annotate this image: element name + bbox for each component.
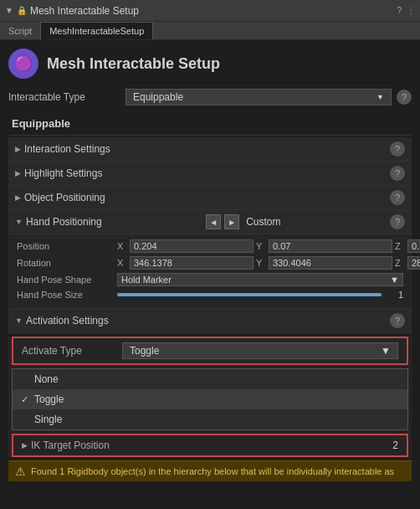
interactable-type-help[interactable]: ? <box>397 90 412 105</box>
dropdown-option-single[interactable]: Single <box>13 409 407 429</box>
hand-pose-shape-dropdown[interactable]: Hold Marker ▼ <box>117 273 403 286</box>
hand-pose-shape-row: Hand Pose Shape Hold Marker ▼ <box>17 273 403 286</box>
position-z-axis: Z <box>395 241 405 251</box>
hand-pose-shape-label: Hand Pose Shape <box>17 275 117 285</box>
hand-pose-size-slider-fill <box>117 293 382 296</box>
component-icon-symbol: 🟣 <box>14 54 33 73</box>
tab-mesh-setup[interactable]: MeshInteractableSetup <box>40 22 153 39</box>
rotation-fields: X Y Z <box>117 256 420 270</box>
highlight-settings-label: ▶ Highlight Settings <box>15 167 102 179</box>
rotation-label: Rotation <box>17 258 117 268</box>
rotation-z-axis: Z <box>395 258 405 268</box>
dropdown-option-toggle[interactable]: ✓ Toggle <box>13 389 407 409</box>
rotation-row: Rotation X Y Z <box>17 256 403 270</box>
ik-label-text: IK Target Position <box>31 440 110 451</box>
rotation-y-input[interactable] <box>269 256 392 270</box>
object-positioning-help[interactable]: ? <box>390 190 405 205</box>
title-bar: ▼ 🔒 Mesh Interactable Setup ? ⋮ <box>0 0 420 22</box>
hand-pos-prev-btn[interactable]: ◄ <box>206 214 221 229</box>
activation-settings-header[interactable]: ▼ Activation Settings ? <box>8 309 412 333</box>
interaction-settings-text: Interaction Settings <box>24 143 110 155</box>
highlight-settings-text: Highlight Settings <box>24 167 102 179</box>
hand-pos-mode: Custom <box>246 216 280 228</box>
hand-positioning-text: Hand Positioning <box>26 216 102 228</box>
activation-settings-left: ▼ Activation Settings <box>15 315 109 326</box>
position-fields: X Y Z <box>117 239 420 253</box>
activate-type-dropdown[interactable]: Toggle ▼ <box>122 342 398 359</box>
dropdown-option-single-label: Single <box>34 414 62 425</box>
hand-pos-next-btn[interactable]: ► <box>224 214 239 229</box>
ik-target-value: 2 <box>139 440 398 451</box>
position-y-axis: Y <box>256 241 266 251</box>
interactable-type-value: Equippable ▼ <box>125 89 392 105</box>
interaction-settings-help[interactable]: ? <box>390 141 405 157</box>
rotation-x-input[interactable] <box>130 256 254 270</box>
interaction-settings-triangle: ▶ <box>15 145 21 153</box>
activate-type-selected: Toggle <box>130 345 159 357</box>
object-positioning-triangle: ▶ <box>15 193 21 202</box>
position-row: Position X Y Z <box>17 239 403 253</box>
object-positioning-text: Object Positioning <box>24 192 105 203</box>
activate-type-popup: None ✓ Toggle Single <box>12 368 408 430</box>
activate-section: Activate Type Toggle ▼ None ✓ Toggle Sin… <box>8 337 412 457</box>
help-icon[interactable]: ? <box>397 6 402 15</box>
hand-pose-size-label: Hand Pose Size <box>17 290 117 300</box>
ik-target-position-label: ▶ IK Target Position <box>22 440 139 451</box>
position-y-input[interactable] <box>269 239 392 253</box>
hand-pose-size-value: 1 <box>387 290 403 300</box>
hand-positioning-header[interactable]: ▼ Hand Positioning ◄ ► Custom ? <box>8 210 412 234</box>
dropdown-option-none[interactable]: None <box>13 369 407 389</box>
hand-pose-size-row: Hand Pose Size 1 <box>17 290 403 300</box>
ik-label-arrow: ▶ <box>22 441 28 450</box>
equippable-label: Equippable <box>8 112 412 133</box>
interactable-type-selected: Equippable <box>133 91 183 103</box>
hand-positioning-help[interactable]: ? <box>390 214 405 229</box>
position-x-input[interactable] <box>130 239 254 253</box>
activate-type-row: Activate Type Toggle ▼ <box>12 337 408 365</box>
position-x-axis: X <box>117 241 127 251</box>
highlight-settings-help[interactable]: ? <box>390 166 405 181</box>
hand-pose-shape-value: Hold Marker <box>121 275 172 285</box>
position-z-input[interactable] <box>407 239 420 253</box>
object-positioning-label: ▶ Object Positioning <box>15 192 105 203</box>
highlight-settings-row[interactable]: ▶ Highlight Settings ? <box>8 162 412 186</box>
hand-positioning-controls: ◄ ► Custom <box>206 214 280 229</box>
rotation-z-input[interactable] <box>407 256 420 270</box>
component-icon: 🟣 <box>8 49 38 79</box>
toggle-checkmark: ✓ <box>21 394 28 405</box>
activation-settings-help[interactable]: ? <box>390 313 405 328</box>
hand-pose-shape-arrow: ▼ <box>390 275 399 285</box>
rotation-y-axis: Y <box>256 258 266 268</box>
rotation-x-axis: X <box>117 258 127 268</box>
component-title: Mesh Interactable Setup <box>47 55 220 73</box>
activation-settings-text: Activation Settings <box>26 315 109 326</box>
hand-pose-size-slider-track[interactable] <box>117 293 382 296</box>
hand-pose-shape-fields: Hold Marker ▼ <box>117 273 403 286</box>
tab-script[interactable]: Script <box>0 22 40 39</box>
collapse-icon[interactable]: ▼ <box>5 6 13 15</box>
highlight-settings-triangle: ▶ <box>15 169 21 177</box>
object-positioning-row[interactable]: ▶ Object Positioning ? <box>8 186 412 210</box>
activate-type-label: Activate Type <box>22 345 122 357</box>
hand-pose-size-fields: 1 <box>117 290 403 300</box>
more-icon[interactable]: ⋮ <box>407 6 415 15</box>
interactable-type-dropdown[interactable]: Equippable ▼ <box>125 89 392 105</box>
lock-icon[interactable]: 🔒 <box>17 6 27 15</box>
interaction-settings-row[interactable]: ▶ Interaction Settings ? <box>8 137 412 162</box>
divider-1 <box>8 135 412 136</box>
interaction-settings-label: ▶ Interaction Settings <box>15 143 110 155</box>
interactable-type-row: Interactable Type Equippable ▼ ? <box>8 89 412 105</box>
hand-positioning-left: ▼ Hand Positioning <box>15 216 102 228</box>
ik-target-position-row: ▶ IK Target Position 2 <box>12 434 408 457</box>
title-bar-left: ▼ 🔒 Mesh Interactable Setup <box>5 5 397 17</box>
interactable-type-label: Interactable Type <box>8 91 125 103</box>
dropdown-option-none-label: None <box>34 373 59 385</box>
properties-section: Position X Y Z Rotation X Y Z <box>8 234 412 309</box>
warning-bar: ⚠ Found 1 Rigidbody object(s) in the hie… <box>8 460 412 481</box>
hand-positioning-triangle: ▼ <box>15 218 23 226</box>
dropdown-option-toggle-label: Toggle <box>34 393 64 405</box>
warning-icon: ⚠ <box>15 465 26 478</box>
tab-bar: Script MeshInteractableSetup <box>0 22 420 40</box>
window-title: Mesh Interactable Setup <box>30 5 139 17</box>
warning-text: Found 1 Rigidbody object(s) in the hiera… <box>31 466 394 476</box>
